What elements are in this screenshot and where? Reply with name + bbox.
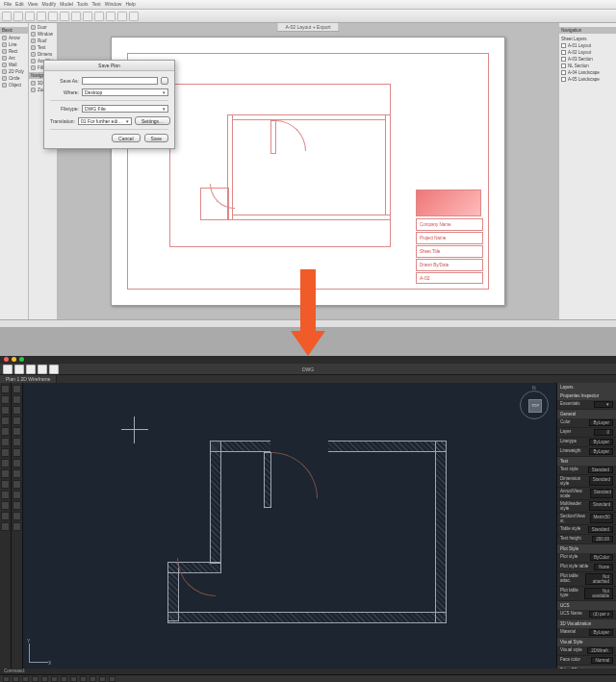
checkbox-icon[interactable] <box>561 77 566 82</box>
tool-icon[interactable] <box>1 469 10 478</box>
menu-item[interactable]: Help <box>125 1 135 8</box>
tool-icon[interactable] <box>13 522 21 531</box>
sheet-layer-item[interactable]: A-01 Layout <box>561 42 614 49</box>
zoom-icon[interactable] <box>19 357 24 362</box>
tool-icon[interactable] <box>13 512 21 520</box>
prop-row[interactable]: Table styleStandard <box>557 525 616 535</box>
prop-value[interactable]: Standard <box>589 476 613 486</box>
toolbar-button[interactable] <box>49 365 59 374</box>
tool-item[interactable]: Text <box>31 45 55 50</box>
model-viewport[interactable]: N TOP X Y <box>23 383 556 669</box>
prop-row[interactable]: LinetypeByLayer <box>557 438 616 447</box>
tool-icon[interactable] <box>13 501 21 510</box>
tool-icon[interactable] <box>13 491 21 499</box>
tool-icon[interactable] <box>1 480 10 489</box>
prop-value[interactable]: Standard <box>589 501 613 511</box>
tool-item[interactable]: Rect <box>2 49 26 54</box>
sheet-layer-item[interactable]: A-02 Layout <box>561 49 614 56</box>
prop-value[interactable]: Standard <box>588 467 613 473</box>
tool-icon[interactable] <box>13 480 21 489</box>
prop-row[interactable]: Annot/View scaleStandard <box>557 488 616 500</box>
panel-head[interactable]: 3D Visualization <box>557 619 616 628</box>
menu-item[interactable]: File <box>4 1 12 8</box>
status-toggle[interactable] <box>22 676 29 682</box>
tool-icon[interactable] <box>1 385 10 393</box>
save-as-input[interactable] <box>82 77 158 85</box>
minimize-icon[interactable] <box>12 357 16 362</box>
prop-value[interactable]: Not available <box>584 588 613 599</box>
prop-value[interactable]: ByLayer <box>589 629 613 636</box>
tool-item[interactable]: Object <box>2 83 26 88</box>
prop-value[interactable]: Not attached <box>585 573 613 585</box>
status-toggle[interactable] <box>80 676 87 682</box>
prop-row[interactable]: Text styleStandard <box>557 466 616 475</box>
checkbox-icon[interactable] <box>561 70 566 75</box>
sheet-layer-item[interactable]: A-03 Section <box>561 56 614 63</box>
prop-row[interactable]: Visual style2DWirefr. <box>557 646 616 656</box>
tool-icon[interactable] <box>13 469 21 478</box>
menu-item[interactable]: Modify <box>41 1 56 8</box>
tool-icon[interactable] <box>1 438 10 446</box>
toolbar-button[interactable] <box>83 12 92 21</box>
panel-head[interactable]: Visual Style <box>557 638 616 646</box>
tool-icon[interactable] <box>1 417 10 425</box>
tool-item[interactable]: Line <box>2 42 26 47</box>
toolbar-button[interactable] <box>71 12 81 21</box>
status-toggle[interactable] <box>3 676 10 682</box>
translation-select[interactable]: 01 For further edi… <box>78 117 132 125</box>
menu-item[interactable]: Edit <box>15 1 24 8</box>
where-select[interactable]: Desktop <box>82 88 168 96</box>
status-toggle[interactable] <box>109 676 116 682</box>
tool-icon[interactable] <box>1 448 10 457</box>
expand-dialog-button[interactable] <box>161 77 168 85</box>
prop-row[interactable]: MaterialByLayer <box>557 628 616 638</box>
prop-value[interactable]: Normal <box>591 657 613 664</box>
prop-value[interactable]: 0 <box>594 429 613 436</box>
tool-icon[interactable] <box>13 448 21 457</box>
tool-item[interactable]: Door <box>31 25 55 30</box>
status-toggle[interactable] <box>51 676 58 682</box>
settings-button[interactable]: Settings… <box>135 116 170 125</box>
prop-value[interactable]: 200.00 <box>592 536 613 543</box>
tool-icon[interactable] <box>13 427 21 436</box>
toolbar-button[interactable] <box>117 12 127 21</box>
tool-icon[interactable] <box>13 385 21 393</box>
tool-item[interactable]: Wall <box>2 63 26 67</box>
prop-row[interactable]: Layer0 <box>557 428 616 438</box>
tool-item[interactable]: 2D Poly <box>2 69 26 74</box>
prop-row[interactable]: Dimension styleStandard <box>557 475 616 488</box>
view-cube[interactable]: N TOP <box>520 391 549 427</box>
status-toggle[interactable] <box>13 676 19 682</box>
prop-value[interactable]: (d) per v <box>589 611 613 618</box>
prop-row[interactable]: Plot style tableNone <box>557 563 616 572</box>
toolbar-button[interactable] <box>3 365 13 374</box>
tool-icon[interactable] <box>1 406 10 415</box>
tool-icon[interactable] <box>1 501 10 510</box>
panel-head[interactable]: General <box>557 410 616 418</box>
compass-ring-icon[interactable]: TOP <box>520 391 549 419</box>
drawing-tab[interactable]: Plan 1 2D Wireframe <box>0 375 57 383</box>
menu-item[interactable]: Tools <box>77 1 89 8</box>
menu-item[interactable]: Model <box>60 1 73 8</box>
tool-item[interactable]: Arc <box>2 56 26 61</box>
close-icon[interactable] <box>4 357 9 362</box>
panel-head-properties[interactable]: Properties Inspector <box>557 392 616 400</box>
status-toggle[interactable] <box>99 676 106 682</box>
prop-row[interactable]: Plot table typeNot available <box>557 587 616 601</box>
toolbar-button[interactable] <box>26 365 36 374</box>
sheet-layer-item[interactable]: A-05 Landscape <box>561 76 614 83</box>
prop-row[interactable]: UCS Name(d) per v <box>557 610 616 619</box>
checkbox-icon[interactable] <box>561 50 566 55</box>
toolbar-button[interactable] <box>94 12 104 21</box>
prop-value[interactable]: ByLayer <box>589 419 613 426</box>
tool-icon[interactable] <box>13 395 21 404</box>
panel-head[interactable]: Text <box>557 457 616 466</box>
status-toggle[interactable] <box>61 676 67 682</box>
toolbar-button[interactable] <box>25 12 35 21</box>
tool-item[interactable]: Circle <box>2 76 26 81</box>
prop-row[interactable]: Text height200.00 <box>557 535 616 544</box>
toolbar-button[interactable] <box>129 12 139 21</box>
toolbar-button[interactable] <box>106 12 116 21</box>
filetype-select[interactable]: DWG File <box>82 105 168 113</box>
tool-icon[interactable] <box>1 459 10 467</box>
